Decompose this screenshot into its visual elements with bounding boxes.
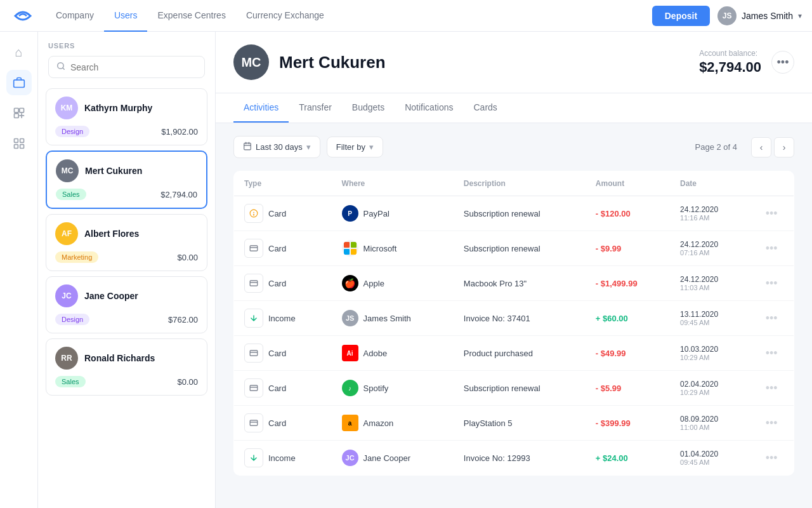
type-icon (244, 448, 263, 467)
user-card-bottom: Marketing $0.00 (55, 251, 198, 263)
user-menu[interactable]: JS James Smith ▾ (717, 6, 802, 25)
svg-point-12 (253, 215, 254, 215)
where-logo: P (342, 205, 358, 222)
where-logo: a (342, 415, 358, 431)
profile-name: Mert Cukuren (279, 53, 386, 72)
description-cell: Invoice No: 37401 (454, 301, 586, 336)
type-label: Income (268, 453, 296, 463)
date-filter-label: Last 30 days (256, 142, 303, 152)
next-page-button[interactable]: › (774, 137, 794, 157)
search-input[interactable] (70, 62, 197, 72)
date-cell: 24.12.2020 07:16 AM (670, 231, 749, 266)
row-more-button[interactable]: ••• (759, 347, 783, 360)
where-name: Apple (363, 279, 384, 288)
user-card-mert[interactable]: MC Mert Cukuren Sales $2,794.00 (46, 150, 207, 209)
filter-by-button[interactable]: Filter by ▾ (327, 137, 383, 157)
tab-budgets[interactable]: Budgets (342, 93, 395, 123)
amount-cell: - $120.00 (586, 196, 670, 231)
tab-transfer[interactable]: Transfer (289, 93, 342, 123)
user-card-ronald[interactable]: RR Ronald Richards Sales $0.00 (46, 338, 207, 396)
table-area: Last 30 days ▾ Filter by ▾ Page 2 of 4 ‹… (216, 123, 812, 508)
user-name: Kathyrn Murphy (84, 103, 152, 113)
col-amount: Amount (586, 171, 670, 196)
col-type: Type (234, 171, 332, 196)
nav-currency-exchange[interactable]: Currency Exchange (236, 0, 334, 32)
user-amount: $0.00 (177, 377, 198, 387)
add-nav-button[interactable] (6, 100, 32, 126)
amount-cell: - $1,499.99 (586, 266, 670, 301)
where-name: James Smith (363, 314, 411, 323)
amount-cell: - $5.99 (586, 371, 670, 406)
balance-block: Account balance: $2,794.00 (699, 49, 761, 76)
home-nav-button[interactable]: ⌂ (6, 39, 32, 65)
type-icon (244, 344, 263, 363)
pagination-controls: ‹ › (751, 137, 794, 157)
user-card-top: MC Mert Cukuren (56, 159, 197, 182)
user-card-albert[interactable]: AF Albert Flores Marketing $0.00 (46, 214, 207, 271)
where-logo: JC (342, 450, 358, 466)
col-description: Description (454, 171, 586, 196)
row-more-button[interactable]: ••• (759, 451, 783, 465)
row-more-button[interactable]: ••• (759, 242, 783, 255)
tab-cards[interactable]: Cards (463, 93, 507, 123)
type-label: Card (268, 244, 286, 253)
type-icon (244, 274, 263, 293)
row-more-button[interactable]: ••• (759, 417, 783, 430)
where-name: Amazon (363, 418, 394, 428)
calendar-icon (243, 142, 252, 152)
deposit-button[interactable]: Deposit (652, 6, 710, 26)
user-card-top: JC Jane Cooper (55, 284, 198, 307)
users-panel: USERS KM Kathyrn Murphy Design $ (38, 32, 216, 508)
where-cell: a Amazon (332, 406, 454, 441)
user-name: Mert Cukuren (85, 166, 142, 176)
user-name-label: James Smith (742, 11, 793, 21)
grid-nav-button[interactable] (6, 131, 32, 156)
activities-table: Type Where Description Amount Date (233, 171, 794, 476)
row-more-button[interactable]: ••• (759, 312, 783, 325)
briefcase-nav-button[interactable] (6, 70, 32, 95)
actions-cell: ••• (749, 301, 794, 336)
description-cell: Invoice No: 12993 (454, 441, 586, 476)
date-filter-button[interactable]: Last 30 days ▾ (233, 136, 320, 158)
where-cell: ♪ Spotify (332, 371, 454, 406)
table-row: Card ♪ Spotify Subscription renewal - $5… (234, 371, 794, 406)
col-date: Date (670, 171, 749, 196)
users-list: KM Kathyrn Murphy Design $1,902.00 MC Me… (38, 83, 215, 508)
nav-company[interactable]: Company (46, 0, 104, 32)
where-name: Jane Cooper (363, 453, 410, 463)
chevron-down-icon: ▾ (306, 142, 311, 152)
dept-badge: Design (55, 126, 89, 137)
svg-rect-0 (13, 80, 24, 88)
nav-expense-centres[interactable]: Expense Centres (147, 0, 235, 32)
avatar: JC (55, 284, 78, 307)
tab-notifications[interactable]: Notifications (395, 93, 463, 123)
table-row: Card P PayPal Subscription renewal - $12… (234, 196, 794, 231)
main-content: MC Mert Cukuren Account balance: $2,794.… (216, 32, 812, 508)
where-cell: P PayPal (332, 196, 454, 231)
search-box[interactable] (48, 56, 205, 78)
svg-rect-3 (14, 114, 18, 118)
top-nav: Company Users Expense Centres Currency E… (0, 0, 812, 32)
type-icon (244, 413, 263, 432)
nav-links: Company Users Expense Centres Currency E… (41, 0, 652, 32)
dept-badge: Marketing (55, 251, 98, 263)
prev-page-button[interactable]: ‹ (751, 137, 771, 157)
nav-right: Deposit JS James Smith ▾ (652, 6, 802, 26)
svg-rect-19 (250, 385, 258, 391)
where-logo: ♪ (342, 380, 358, 396)
user-card-jane[interactable]: JC Jane Cooper Design $762.00 (46, 276, 207, 333)
more-options-button[interactable]: ••• (771, 51, 794, 74)
row-more-button[interactable]: ••• (759, 382, 783, 395)
svg-rect-21 (250, 420, 258, 425)
row-more-button[interactable]: ••• (759, 207, 783, 220)
actions-cell: ••• (749, 371, 794, 406)
user-card-bottom: Sales $2,794.00 (56, 189, 197, 200)
nav-users[interactable]: Users (104, 0, 148, 32)
tab-activities[interactable]: Activities (233, 93, 289, 123)
type-cell: Income (234, 301, 332, 336)
row-more-button[interactable]: ••• (759, 277, 783, 290)
svg-rect-9 (244, 143, 251, 150)
type-cell: Income (234, 441, 332, 476)
user-card-kathyrn[interactable]: KM Kathyrn Murphy Design $1,902.00 (46, 88, 207, 145)
date-cell: 01.04.2020 09:45 AM (670, 441, 749, 476)
